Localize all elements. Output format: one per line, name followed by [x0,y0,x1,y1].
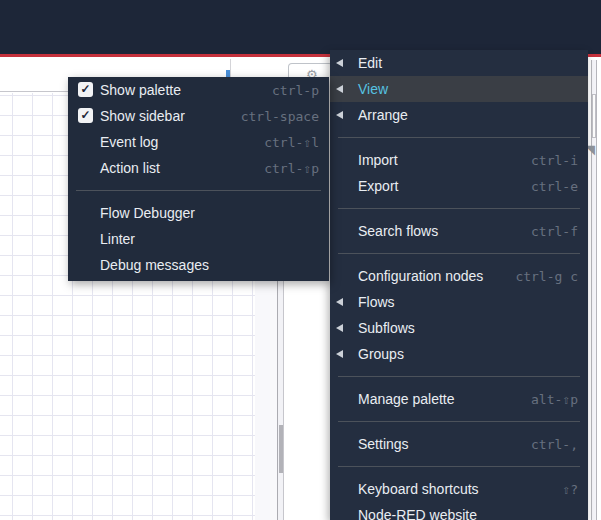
menu-item-label: Debug messages [100,257,209,273]
submenu-arrow-icon [336,59,343,67]
submenu-arrow-icon [336,111,343,119]
scrollbar-thumb[interactable] [279,425,283,473]
submenu-item-event-log[interactable]: Event log ctrl-⇧l [68,129,329,155]
menu-item-label: Settings [358,436,409,452]
menu-item-view[interactable]: View [330,76,588,102]
menu-item-label: Flow Debugger [100,205,195,221]
menu-item-shortcut: ctrl-⇧p [264,161,329,176]
submenu-item-linter[interactable]: Linter [68,226,329,252]
menu-item-node-red-website[interactable]: Node-RED website [330,502,588,520]
submenu-arrow-icon [336,298,343,306]
menu-separator [338,208,580,209]
submenu-item-show-palette[interactable]: ✓ Show palette ctrl-p [68,77,329,103]
menu-separator [338,466,580,467]
menu-item-shortcut: ctrl-⇧l [264,135,329,150]
menu-item-edit[interactable]: Edit [330,50,588,76]
menu-item-shortcut: ctrl-e [531,179,588,194]
scrollbar-thumb[interactable] [592,94,596,138]
menu-item-label: Edit [358,55,382,71]
menu-item-shortcut: ctrl-i [531,153,588,168]
menu-item-shortcut: ctrl-g c [515,269,588,284]
menu-item-label: Arrange [358,107,408,123]
menu-separator [76,190,321,191]
menu-separator [338,421,580,422]
menu-item-shortcut: ctrl-space [241,109,329,124]
menu-item-label: Show sidebar [100,108,185,124]
menu-item-label: Node-RED website [358,507,477,520]
menu-item-shortcut: ⇧? [562,482,588,497]
menu-item-label: Event log [100,134,158,150]
menu-item-label: Show palette [100,82,181,98]
menu-item-shortcut: ctrl-p [272,83,329,98]
menu-item-keyboard-shortcuts[interactable]: Keyboard shortcuts ⇧? [330,476,588,502]
menu-item-label: Keyboard shortcuts [358,481,479,497]
submenu-item-flow-debugger[interactable]: Flow Debugger [68,200,329,226]
submenu-item-debug-messages[interactable]: Debug messages [68,252,329,278]
menu-item-label: Linter [100,231,135,247]
submenu-arrow-icon [336,324,343,332]
menu-item-label: Import [358,152,398,168]
submenu-item-action-list[interactable]: Action list ctrl-⇧p [68,155,329,181]
menu-item-import[interactable]: Import ctrl-i [330,147,588,173]
menu-separator [338,376,580,377]
menu-item-shortcut: ctrl-f [531,224,588,239]
submenu-item-show-sidebar[interactable]: ✓ Show sidebar ctrl-space [68,103,329,129]
menu-item-manage-palette[interactable]: Manage palette alt-⇧p [330,386,588,412]
menu-item-shortcut: ctrl-, [531,437,588,452]
sidebar-vertical-scrollbar[interactable] [591,60,597,520]
submenu-arrow-icon [336,350,343,358]
submenu-arrow-icon [336,85,343,93]
menu-item-label: View [358,81,388,97]
editor-header [0,0,601,54]
menu-item-flows[interactable]: Flows [330,289,588,315]
menu-item-subflows[interactable]: Subflows [330,315,588,341]
menu-item-label: Export [358,178,398,194]
menu-item-label: Flows [358,294,395,310]
checked-checkbox-icon: ✓ [78,82,93,97]
menu-item-label: Search flows [358,223,438,239]
menu-item-label: Groups [358,346,404,362]
menu-separator [338,137,580,138]
menu-item-export[interactable]: Export ctrl-e [330,173,588,199]
menu-item-settings[interactable]: Settings ctrl-, [330,431,588,457]
menu-item-search-flows[interactable]: Search flows ctrl-f [330,218,588,244]
menu-item-label: Subflows [358,320,415,336]
menu-separator [338,253,580,254]
menu-item-shortcut: alt-⇧p [531,392,588,407]
menu-item-label: Manage palette [358,391,455,407]
menu-item-configuration-nodes[interactable]: Configuration nodes ctrl-g c [330,263,588,289]
menu-item-arrange[interactable]: Arrange [330,102,588,128]
checked-checkbox-icon: ✓ [78,108,93,123]
view-submenu: ✓ Show palette ctrl-p ✓ Show sidebar ctr… [68,77,329,281]
node-red-editor: ⚙ ◥ Deploy su [0,0,601,520]
menu-item-label: Configuration nodes [358,268,483,284]
main-menu: Edit View Arrange Import ctrl-i Export c… [330,50,588,520]
menu-item-label: Action list [100,160,160,176]
menu-item-groups[interactable]: Groups [330,341,588,367]
